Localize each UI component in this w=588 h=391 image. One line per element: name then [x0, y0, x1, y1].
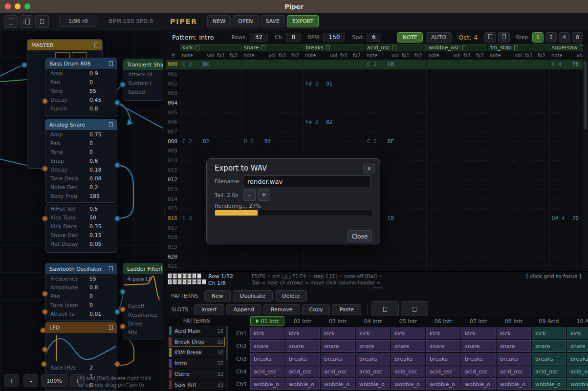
cell-acid_osc-004[interactable]: ·············: [365, 98, 426, 108]
open-button[interactable]: OPEN: [233, 15, 258, 27]
channel-mute-icon[interactable]: [196, 45, 199, 50]
param-hihat-vol[interactable]: HiHat Vol0.5: [45, 204, 117, 213]
node-drum-kit[interactable]: HiHat Vol0.5Kick Tune50Kick Deca0.35Snar…: [45, 204, 117, 253]
zoom-level[interactable]: 100%: [41, 374, 67, 387]
node-title-sawtooth[interactable]: Sawtooth Oscillator: [45, 263, 117, 274]
cell-fm_stab-016[interactable]: ·············: [488, 214, 549, 223]
channel-header-breaks[interactable]: breaksnotevolfx1fx2: [303, 44, 364, 59]
cell-kick-008[interactable]: C 2D2········: [180, 136, 241, 146]
param-pan[interactable]: Pan0: [45, 78, 117, 87]
slot-cell-9-ch4[interactable]: acid_osc: [532, 366, 566, 377]
param-snap[interactable]: Snap0.6: [45, 156, 117, 165]
cell-fm_stab-001[interactable]: ·············: [488, 69, 549, 79]
tail-plus-button[interactable]: +: [258, 189, 270, 201]
cell-kick-000[interactable]: C 2DC········: [180, 60, 241, 69]
cell-kick-021[interactable]: ·············: [180, 261, 241, 271]
slot-copy-button[interactable]: Copy: [302, 304, 330, 315]
slot-insert-button[interactable]: Insert: [194, 304, 224, 315]
slot-header-7[interactable]: 07 Intr: [461, 316, 496, 326]
cell-supersaw-005[interactable]: ·············: [549, 108, 583, 117]
cell-kick-006[interactable]: ·············: [180, 117, 241, 127]
channel-mute-icon[interactable]: [326, 45, 330, 50]
rows-field[interactable]: 32: [250, 33, 268, 42]
cell-fm_stab-021[interactable]: ·············: [488, 261, 549, 271]
cell-wobble_osc-007[interactable]: ·············: [426, 127, 488, 137]
new-button[interactable]: NEW: [207, 15, 231, 27]
param-kick-tune[interactable]: Kick Tune50: [45, 213, 117, 222]
param-rate-hz-[interactable]: Rate (Hz)2: [45, 363, 117, 372]
transport-button-3[interactable]: [35, 15, 49, 28]
cell-snare-008[interactable]: D 2B4········: [241, 136, 303, 146]
slot-remove-button[interactable]: Remove: [263, 304, 300, 315]
cell-supersaw-020[interactable]: ·············: [549, 252, 583, 261]
slot-cell-5-ch5[interactable]: wobble_o: [391, 378, 425, 390]
slot-cell-6-ch4[interactable]: acid_osc: [426, 366, 460, 377]
slot-cell-9-ch1[interactable]: kick: [532, 327, 566, 339]
cell-wobble_osc-000[interactable]: ·············: [426, 60, 488, 69]
cell-breaks-021[interactable]: ·············: [303, 261, 365, 271]
tail-minus-button[interactable]: -: [243, 189, 256, 201]
cell-fm_stab-013[interactable]: ·············: [488, 185, 549, 195]
spd-field[interactable]: 6: [367, 33, 381, 42]
slot-cell-4-ch5[interactable]: wobble_o: [356, 378, 390, 390]
slot-cell-2-ch3[interactable]: breaks: [285, 353, 320, 365]
cell-fm_stab-007[interactable]: ·············: [488, 127, 549, 137]
slot-cell-4-ch3[interactable]: breaks: [356, 353, 390, 365]
param-mix[interactable]: Mix: [123, 328, 163, 337]
pattern-delete-button[interactable]: Delete: [275, 290, 307, 302]
cell-wobble_osc-021[interactable]: ·············: [426, 261, 488, 271]
tracker-row-021[interactable]: 021·····································…: [166, 261, 583, 271]
input-port-11[interactable]: [42, 309, 48, 315]
slot-cell-4-ch1[interactable]: kick: [356, 327, 390, 339]
cell-breaks-009[interactable]: ·············: [303, 146, 365, 156]
transport-button-1[interactable]: [4, 15, 18, 28]
channel-header-snare[interactable]: snarenotevolfx1fx2: [241, 44, 303, 59]
pattern-item-break-drop[interactable]: Break Drop32: [169, 337, 225, 347]
slot-cell-6-ch2[interactable]: snare: [426, 340, 460, 352]
cell-breaks-006[interactable]: F# 282········: [303, 117, 365, 127]
cell-kick-007[interactable]: ·············: [180, 127, 241, 137]
channel-mute-icon[interactable]: [462, 45, 466, 50]
slot-cell-6-ch1[interactable]: kick: [426, 327, 460, 339]
node-menu-icon[interactable]: [109, 122, 113, 127]
node-ladder[interactable]: Ladder Filter4-pole LPCutoffResonanceDri…: [123, 263, 163, 340]
step-2-button[interactable]: 2: [545, 32, 557, 43]
param-tone[interactable]: Tone55: [45, 87, 117, 95]
cell-snare-021[interactable]: ·············: [241, 261, 303, 271]
slot-cell-7-ch5[interactable]: wobble_o: [461, 378, 496, 390]
param-pan[interactable]: Pan0: [45, 139, 117, 148]
input-port-9[interactable]: [42, 216, 48, 221]
slot-cell-1-ch1[interactable]: kick: [250, 327, 284, 339]
slot-cell-6-ch5[interactable]: wobble_o: [426, 378, 460, 390]
slot-cell-8-ch4[interactable]: acid_osc: [497, 366, 531, 377]
param-tune-sem[interactable]: Tune (sem0: [45, 301, 117, 309]
param-cutoff[interactable]: Cutoff: [123, 302, 163, 310]
pattern-duplicate-button[interactable]: Duplicate: [233, 290, 273, 302]
cell-supersaw-016[interactable]: D# 47D········: [549, 214, 583, 223]
cell-supersaw-012[interactable]: ·············: [549, 175, 583, 185]
slot-cell-10-ch2[interactable]: snare: [567, 340, 588, 352]
cell-acid_osc-006[interactable]: ·············: [365, 117, 426, 127]
cell-wobble_osc-009[interactable]: ·············: [426, 146, 488, 156]
cell-supersaw-003[interactable]: ·············: [549, 88, 583, 98]
node-menu-icon[interactable]: [109, 266, 113, 271]
filename-input[interactable]: [243, 175, 371, 187]
slot-header-1[interactable]: 01 Intr: [250, 316, 284, 326]
tracker-row-006[interactable]: 006··························F# 282·····…: [166, 117, 583, 127]
cell-fm_stab-019[interactable]: ·············: [488, 242, 549, 252]
cell-fm_stab-020[interactable]: ·············: [488, 252, 549, 261]
slot-cell-7-ch4[interactable]: acid_osc: [461, 366, 496, 377]
pattern-item-acid-main[interactable]: Acid Main16: [169, 326, 225, 336]
cell-fm_stab-012[interactable]: ·············: [488, 175, 549, 185]
zoom-out-button[interactable]: -: [23, 374, 38, 387]
channel-header-supersaw[interactable]: supersawnotevolfx1fx2: [549, 44, 583, 59]
cell-breaks-008[interactable]: ·············: [303, 136, 365, 146]
cell-fm_stab-015[interactable]: ·············: [488, 204, 549, 214]
channel-header-acid_osc[interactable]: acid_oscnotevolfx1fx2: [365, 44, 426, 59]
cell-snare-002[interactable]: ·············: [241, 79, 303, 88]
param-drive[interactable]: Drive: [123, 319, 163, 328]
slot-cell-9-ch3[interactable]: breaks: [532, 353, 566, 365]
cell-kick-004[interactable]: ·············: [180, 98, 241, 108]
cell-snare-000[interactable]: ·············: [241, 60, 303, 69]
param-noise-dec[interactable]: Noise Dec0.2: [45, 183, 117, 192]
